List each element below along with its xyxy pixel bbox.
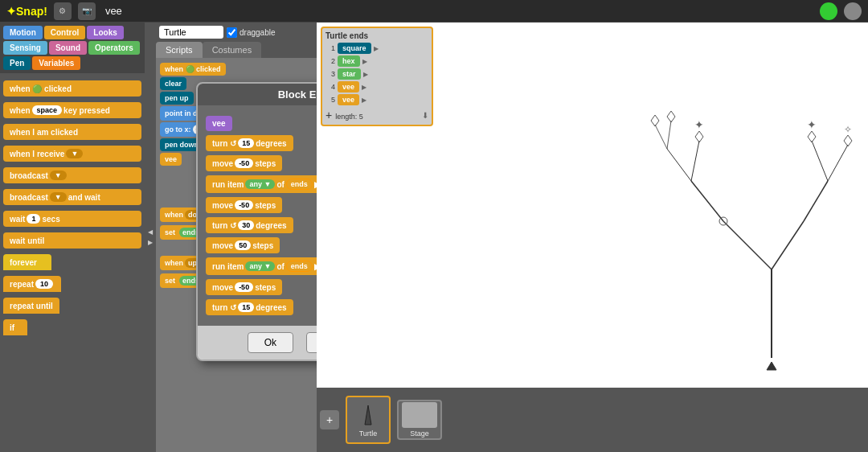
svg-line-6 (691, 141, 699, 181)
te-row-3: 3 star ▶ (326, 68, 428, 80)
tab-scripts[interactable]: Scripts (156, 42, 203, 58)
scripts-area: when 🟢 clicked clear pen up point in dir… (156, 58, 317, 452)
svg-marker-11 (651, 115, 659, 126)
add-sprite-button[interactable]: + (320, 410, 339, 429)
block-when-key-pressed[interactable]: when space key pressed (3, 102, 141, 118)
cat-control[interactable]: Control (44, 26, 86, 39)
te-arrow-1[interactable]: ▶ (374, 45, 379, 52)
svg-marker-13 (695, 131, 703, 142)
cat-pen[interactable]: Pen (3, 56, 31, 70)
te-num-3: 3 (326, 70, 335, 78)
tree-drawing: ✦ ✦ ✧ (530, 23, 868, 388)
stage-sprite-label: Stage (410, 429, 429, 438)
block-repeat-until[interactable]: repeat until (3, 298, 59, 314)
block-repeat[interactable]: repeat 10 (3, 276, 61, 292)
te-arrow-4[interactable]: ▶ (362, 84, 366, 91)
block-wait-until[interactable]: wait until (3, 232, 141, 249)
cancel-button[interactable]: Cancel (306, 332, 317, 353)
svg-marker-14 (808, 131, 816, 142)
be-move4[interactable]: move -50 steps (206, 279, 282, 295)
be-move2[interactable]: move -50 steps (206, 197, 282, 213)
te-hex-block[interactable]: hex (338, 55, 360, 67)
tabs: Scripts Costumes (156, 42, 317, 58)
turtle-ends-title: Turtle ends (326, 31, 428, 40)
sb-clear[interactable]: clear (160, 77, 186, 90)
turtle-ends-panel: Turtle ends 1 square ▶ 2 hex ▶ 3 star ▶ (321, 27, 433, 126)
block-broadcast[interactable]: broadcast ▼ (3, 167, 141, 183)
sb-vee[interactable]: vee (160, 153, 182, 166)
category-bar: Motion Control Looks Sensing Sound Opera… (0, 23, 145, 73)
block-when-clicked[interactable]: when 🟢 clicked (3, 80, 141, 97)
be-move3[interactable]: move 50 steps (206, 237, 280, 253)
be-turn3[interactable]: turn ↺ 15 degrees (206, 299, 293, 315)
be-turn1[interactable]: turn ↺ 15 degrees (206, 135, 293, 151)
be-move1[interactable]: move -50 steps (206, 155, 282, 171)
svg-line-1 (723, 221, 772, 269)
nav-right-arrow[interactable]: ▶ (148, 239, 153, 246)
te-scroll-icon[interactable]: ⬇ (422, 111, 428, 120)
te-row-5: 5 vee ▶ (326, 94, 428, 105)
turtle-sprite-thumb[interactable]: Turtle (346, 396, 391, 444)
svg-marker-12 (667, 111, 675, 122)
run-button[interactable] (820, 2, 837, 20)
te-row-1: 1 square ▶ (326, 43, 428, 54)
svg-text:✧: ✧ (844, 124, 852, 135)
block-wait-secs[interactable]: wait 1 secs (3, 211, 141, 227)
ok-button[interactable]: Ok (248, 332, 293, 353)
cat-looks[interactable]: Looks (87, 26, 123, 39)
block-forever[interactable]: forever (3, 254, 51, 270)
stage-preview (402, 402, 437, 428)
nav-left-arrow[interactable]: ◀ (148, 228, 153, 236)
te-num-4: 4 (326, 83, 335, 91)
svg-text:✦: ✦ (694, 118, 704, 131)
logo: ✦Snap! (6, 5, 47, 18)
te-arrow-5[interactable]: ▶ (362, 97, 366, 104)
te-num-1: 1 (326, 44, 335, 52)
svg-line-3 (772, 221, 804, 269)
svg-line-2 (691, 181, 723, 221)
be-run1[interactable]: run item any ▼ of ends ▶ (206, 175, 317, 193)
be-turn2[interactable]: turn ↺ 30 degrees (206, 217, 293, 233)
stage-bottom: + Turtle Stage (317, 388, 868, 452)
svg-line-7 (812, 141, 828, 181)
block-when-i-receive[interactable]: when I receive ▼ (3, 146, 141, 162)
block-editor-title: Block Editor (198, 84, 317, 105)
stage-thumb[interactable]: Stage (397, 400, 442, 440)
te-length: length: 5 (335, 113, 363, 121)
te-arrow-3[interactable]: ▶ (363, 71, 368, 78)
block-editor: Block Editor vee turn ↺ 15 degrees move … (196, 82, 317, 361)
stage-area: Turtle ends 1 square ▶ 2 hex ▶ 3 star ▶ (317, 23, 868, 388)
sprite-name-input[interactable] (159, 26, 223, 39)
te-square-block[interactable]: square (338, 43, 371, 54)
block-broadcast-wait[interactable]: broadcast ▼ and wait (3, 189, 141, 205)
turtle-icon (355, 402, 381, 428)
svg-marker-20 (767, 362, 776, 370)
topbar: ✦Snap! ⚙ 📷 vee (0, 0, 868, 23)
cat-operators[interactable]: Operators (88, 41, 140, 55)
te-add-icon[interactable]: + (326, 109, 332, 121)
svg-line-10 (667, 121, 671, 149)
settings-icon[interactable]: ⚙ (54, 2, 72, 20)
stop-button[interactable] (844, 2, 862, 20)
be-block-name[interactable]: vee (206, 116, 232, 131)
sb-when-clicked[interactable]: when 🟢 clicked (160, 63, 226, 76)
block-when-i-am-clicked[interactable]: when I am clicked (3, 124, 141, 140)
cat-sound[interactable]: Sound (49, 41, 87, 55)
block-editor-canvas: vee turn ↺ 15 degrees move -50 steps run… (198, 105, 317, 326)
cat-variables[interactable]: Variables (32, 56, 80, 70)
tab-costumes[interactable]: Costumes (203, 42, 262, 58)
te-arrow-2[interactable]: ▶ (362, 58, 367, 65)
te-num-5: 5 (326, 96, 335, 104)
te-vee-block-4[interactable]: vee (338, 81, 359, 92)
svg-line-4 (804, 181, 828, 221)
draggable-checkbox[interactable] (227, 27, 237, 38)
sb-pen-up[interactable]: pen up (160, 92, 194, 105)
cat-motion[interactable]: Motion (3, 26, 43, 39)
cat-sensing[interactable]: Sensing (3, 41, 47, 55)
camera-icon[interactable]: 📷 (78, 2, 96, 20)
blocks-panel: Motion Control Looks Sensing Sound Opera… (0, 23, 145, 452)
be-run2[interactable]: run item any ▼ of ends ▶ (206, 257, 317, 275)
block-if[interactable]: if (3, 319, 27, 335)
te-vee-block-5[interactable]: vee (338, 94, 359, 105)
te-star-block[interactable]: star (338, 68, 361, 80)
